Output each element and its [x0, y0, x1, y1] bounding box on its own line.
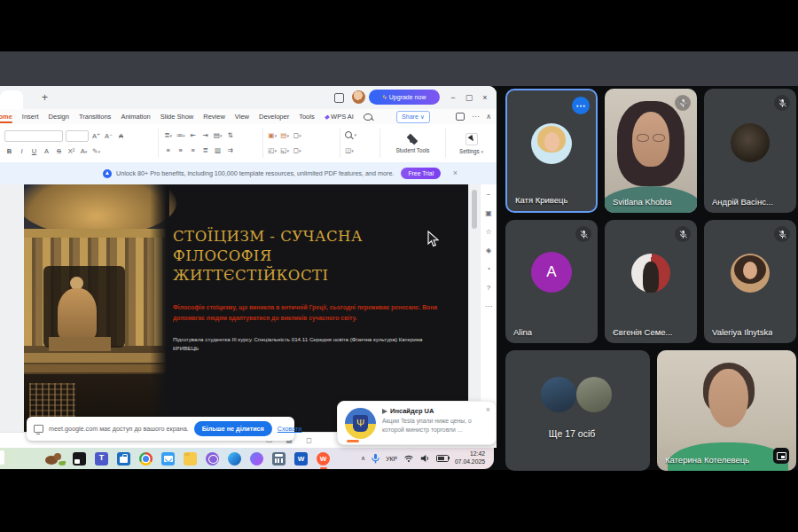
slide-panel-collapsed[interactable] [0, 184, 25, 432]
settings-button[interactable]: Settings ▾ [446, 124, 497, 162]
slide-author-text[interactable]: Підготувала студентка ІІІ курсу. Спеціал… [173, 335, 423, 353]
italic-icon[interactable]: I [17, 147, 27, 156]
outdent-icon[interactable]: ⇤ [188, 131, 198, 140]
calculator-icon[interactable] [272, 452, 286, 466]
chrome-icon[interactable] [139, 452, 153, 466]
participant-tile-kateryna[interactable]: Катерина Котелевець [657, 350, 796, 471]
find-icon[interactable] [345, 131, 352, 138]
account-avatar[interactable] [352, 90, 365, 104]
hidden-icons-chevron[interactable]: ∧ [361, 455, 365, 462]
increase-font-icon[interactable]: A⁺ [91, 132, 101, 141]
stop-sharing-button[interactable]: Більше не ділитися [194, 421, 272, 436]
teams-icon[interactable] [95, 452, 108, 466]
menu-animation[interactable]: Animation [120, 113, 151, 121]
distribute-icon[interactable]: ⇉ [225, 146, 235, 155]
layout-icon[interactable]: ▤▾ [280, 131, 290, 140]
align-center-icon[interactable]: ≡ [176, 146, 185, 155]
wifi-icon[interactable] [403, 454, 414, 463]
superscript-icon[interactable]: X² [66, 147, 76, 156]
upgrade-now-button[interactable]: ϟ Upgrade now [369, 90, 440, 105]
decrease-font-icon[interactable]: A⁻ [104, 132, 113, 141]
student-tools-button[interactable]: Student Tools [380, 124, 445, 162]
underline-icon[interactable]: U [29, 147, 39, 156]
highlight-icon[interactable]: ✎▾ [91, 147, 101, 156]
shapes-icon[interactable]: ◱▾ [280, 146, 290, 155]
columns-icon[interactable]: ▥ [213, 146, 223, 155]
history-icon[interactable]: ◔ [487, 266, 491, 273]
slide-title[interactable]: СТОЇЦИЗМ - СУЧАСНА ФІЛОСОФІЯ ЖИТТЄСТІЙКО… [173, 227, 363, 285]
menu-tools[interactable]: Tools [298, 113, 316, 121]
menu-view[interactable]: View [234, 113, 250, 121]
close-button[interactable]: × [479, 91, 491, 104]
menu-transitions[interactable]: Transitions [78, 113, 112, 121]
new-slide-icon[interactable]: ▣▾ [268, 131, 278, 140]
tile-menu-button[interactable]: ⋯ [572, 97, 590, 114]
align-left-icon[interactable]: ≡ [163, 146, 173, 155]
menu-design[interactable]: Design [48, 113, 70, 121]
avatar-placeholder-icon[interactable]: ◻▾ [293, 131, 302, 140]
mail-icon[interactable] [161, 452, 175, 466]
align-right-icon[interactable]: ≡ [188, 146, 198, 155]
comment-icon[interactable] [456, 113, 465, 121]
slide-body-red-text[interactable]: Філософія стоїцизму, що виникла в античн… [173, 302, 439, 323]
microsoft-store-icon[interactable] [117, 452, 130, 466]
new-tab-icon[interactable]: + [42, 90, 48, 105]
collapse-pane-icon[interactable]: − [487, 192, 491, 199]
search-icon[interactable] [364, 113, 372, 121]
notification-close-icon[interactable]: × [486, 405, 490, 414]
shadow-icon[interactable]: A [42, 147, 51, 156]
menu-developer[interactable]: Developer [258, 113, 290, 121]
word-icon[interactable]: W [294, 452, 308, 466]
edge-icon[interactable] [228, 452, 241, 466]
slideshow-view-icon[interactable]: ◻ [306, 436, 312, 444]
text-box-icon[interactable]: ◰▾ [268, 146, 278, 155]
wps-office-icon[interactable]: W [317, 452, 330, 466]
text-direction-icon[interactable]: ▤▾ [213, 131, 223, 140]
layout-mode-icon[interactable] [334, 93, 344, 103]
menu-insert[interactable]: Insert [21, 113, 40, 121]
participant-tile-yevheniia[interactable]: Євгенія Семе... [605, 220, 697, 343]
clear-format-icon[interactable]: A [116, 132, 126, 141]
help-icon[interactable]: ? [487, 285, 490, 292]
picture-icon[interactable]: ◻▾ [293, 146, 302, 155]
participant-tile-andriy[interactable]: Андрій Васінс... [704, 89, 796, 213]
favorites-icon[interactable]: ☆ [485, 229, 491, 236]
menu-wps-ai[interactable]: ◆WPS AI [324, 113, 356, 121]
more-options-icon[interactable]: ⋯ [472, 113, 479, 121]
indent-icon[interactable]: ⇥ [200, 131, 210, 140]
microphone-tray-icon[interactable] [372, 453, 379, 464]
participant-tile-alina[interactable]: A Alina [505, 220, 598, 343]
copilot-icon[interactable] [250, 452, 263, 466]
banner-close-icon[interactable]: × [453, 168, 458, 177]
news-notification[interactable]: Ψ Инсайдер UA Акции Tesla упали ниже цен… [337, 401, 497, 445]
free-trial-button[interactable]: Free Trial [401, 168, 441, 179]
scrollbar-thumb[interactable] [472, 190, 477, 229]
minimize-button[interactable]: − [447, 91, 459, 104]
desktop-app-icon[interactable] [73, 452, 86, 466]
bullet-list-icon[interactable]: ≣▾ [163, 131, 173, 140]
participant-tile-svitlana[interactable]: Svitlana Khobta [605, 89, 697, 213]
justify-icon[interactable]: ≣ [200, 146, 210, 155]
slide-canvas[interactable]: СТОЇЦИЗМ - СУЧАСНА ФІЛОСОФІЯ ЖИТТЄСТІЙКО… [24, 184, 468, 432]
menu-review[interactable]: Review [202, 113, 226, 121]
maximize-button[interactable]: ▢ [463, 91, 475, 104]
keyboard-language[interactable]: УКР [386, 456, 397, 462]
line-spacing-icon[interactable]: ⇅ [225, 131, 235, 140]
clock[interactable]: 12:42 07.04.2025 [455, 450, 485, 466]
picture-in-picture-icon[interactable] [773, 448, 789, 464]
document-tab[interactable] [0, 90, 23, 109]
battery-icon[interactable] [436, 455, 449, 463]
numbered-list-icon[interactable]: ≔▾ [176, 131, 185, 140]
export-icon[interactable]: ◫▾ [345, 146, 355, 155]
vertical-scrollbar[interactable] [468, 184, 481, 432]
share-settings-icon[interactable]: ◈ [486, 247, 491, 254]
copy-style-icon[interactable]: ▣ [485, 210, 492, 217]
more-tools-icon[interactable]: ⋯ [485, 303, 492, 310]
menu-slideshow[interactable]: Slide Show [160, 113, 195, 121]
font-color-icon[interactable]: A▾ [79, 147, 89, 156]
widgets-weather-icon[interactable] [44, 452, 64, 466]
viber-icon[interactable] [206, 452, 219, 466]
participant-tile-valeriya[interactable]: Valeriya Ilnytska [704, 220, 796, 343]
hide-link[interactable]: Сховати [278, 425, 302, 433]
share-button[interactable]: Share ∨ [396, 111, 430, 123]
